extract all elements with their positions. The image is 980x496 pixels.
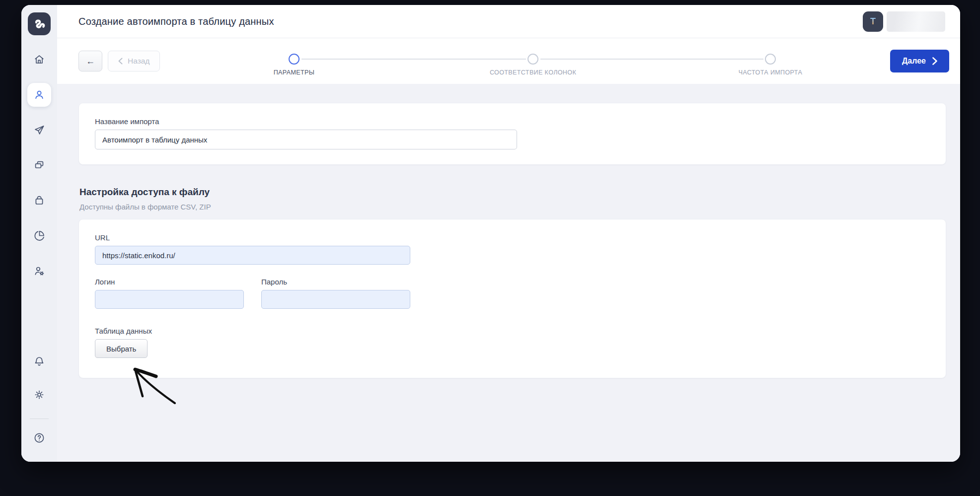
sidebar-item-help[interactable] (27, 426, 51, 450)
credentials-row: Логин Пароль (95, 278, 410, 309)
back-arrow-button[interactable]: ← (78, 51, 102, 71)
step-label: СООТВЕТСТВИЕ КОЛОНОК (490, 69, 576, 76)
pie-chart-icon (33, 230, 45, 242)
bell-icon (33, 355, 45, 367)
import-name-input[interactable] (95, 130, 517, 149)
sidebar-item-home[interactable] (27, 48, 51, 71)
step-circle (765, 54, 776, 65)
help-icon (33, 432, 45, 444)
main-area: Создание автоимпорта в таблицу данных T … (57, 5, 960, 462)
sidebar-item-notifications[interactable] (27, 350, 51, 373)
url-input[interactable] (95, 246, 410, 265)
sidebar-item-users-admin[interactable] (27, 259, 51, 283)
wizard-stepper: ПАРАМЕТРЫ СООТВЕТСТВИЕ КОЛОНОК ЧАСТОТА И… (57, 38, 960, 84)
back-button[interactable]: Назад (108, 51, 160, 71)
avatar[interactable]: T (863, 11, 883, 32)
login-label: Логин (95, 278, 244, 286)
file-access-card: URL Логин Пароль Таблица данных Выбрать (78, 219, 946, 378)
sidebar-item-settings[interactable] (27, 383, 51, 407)
import-name-label: Название импорта (95, 117, 930, 126)
chevron-left-icon (118, 58, 123, 65)
choose-table-button[interactable]: Выбрать (95, 339, 148, 358)
account-name-redacted (887, 11, 945, 32)
back-button-label: Назад (128, 57, 150, 66)
url-label: URL (95, 233, 930, 242)
step-label: ПАРАМЕТРЫ (274, 69, 315, 76)
bag-icon (33, 195, 45, 207)
step-column-mapping: СООТВЕТСТВИЕ КОЛОНОК (453, 54, 612, 76)
sidebar-item-pages[interactable] (27, 153, 51, 177)
gear-icon (33, 389, 45, 401)
access-section-title: Настройка доступа к файлу (79, 187, 946, 198)
import-name-card: Название импорта (78, 103, 946, 165)
sidebar-divider (30, 419, 49, 419)
step-label: ЧАСТОТА ИМПОРТА (739, 69, 802, 76)
avatar-letter: T (870, 16, 876, 27)
sidebar (21, 5, 57, 462)
login-field-group: Логин (95, 278, 244, 309)
sidebar-item-shop[interactable] (27, 189, 51, 213)
page-title: Создание автоимпорта в таблицу данных (78, 16, 274, 27)
header-right: T (863, 11, 945, 32)
send-icon (33, 124, 45, 136)
page-header: Создание автоимпорта в таблицу данных T (57, 5, 960, 38)
step-parameters: ПАРАМЕТРЫ (215, 54, 374, 76)
step-circle (289, 54, 300, 65)
next-button[interactable]: Далее (890, 50, 949, 72)
step-import-frequency: ЧАСТОТА ИМПОРТА (691, 54, 850, 76)
back-arrow-icon: ← (86, 56, 95, 67)
password-label: Пароль (261, 278, 410, 286)
stepper-connector (540, 59, 763, 60)
copy-icon (33, 159, 45, 171)
chevron-right-icon (932, 57, 937, 65)
person-icon (33, 89, 45, 101)
stepper-connector (302, 59, 526, 60)
data-table-label: Таблица данных (95, 327, 930, 335)
sidebar-item-stats[interactable] (27, 224, 51, 248)
sidebar-item-contacts[interactable] (27, 83, 51, 107)
home-icon (33, 54, 45, 66)
login-input[interactable] (95, 290, 244, 309)
step-circle (528, 54, 538, 65)
password-field-group: Пароль (261, 278, 410, 309)
app-window: Создание автоимпорта в таблицу данных T … (21, 5, 960, 462)
user-settings-icon (33, 265, 45, 277)
access-section-subtitle: Доступны файлы в формате CSV, ZIP (79, 203, 946, 211)
next-button-label: Далее (902, 57, 926, 66)
logo-knot-icon (32, 16, 47, 31)
password-input[interactable] (261, 290, 410, 309)
page-content: Название импорта Настройка доступа к фай… (57, 84, 960, 462)
logo[interactable] (28, 12, 51, 35)
wizard-toolbar: ← Назад ПАРАМЕТРЫ СООТВЕТСТВИЕ КОЛОНОК (57, 38, 960, 84)
sidebar-item-messages[interactable] (27, 118, 51, 142)
access-section-head: Настройка доступа к файлу Доступны файлы… (79, 187, 946, 211)
